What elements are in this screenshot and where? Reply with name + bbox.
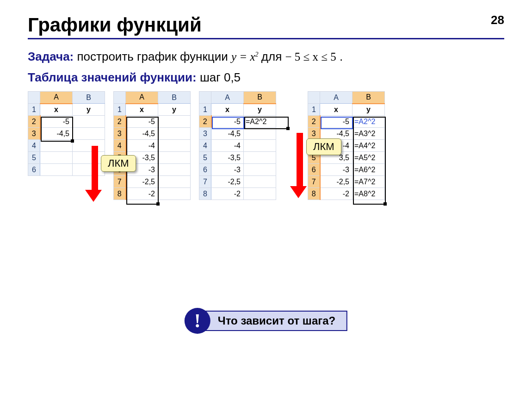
cell[interactable]: -3,5 (211, 152, 244, 164)
cell[interactable]: x (320, 104, 353, 116)
row-header[interactable]: 8 (199, 188, 211, 200)
cell[interactable]: -4 (211, 140, 244, 152)
corner-cell (308, 92, 320, 104)
fill-handle[interactable] (384, 202, 387, 206)
cell[interactable] (73, 140, 105, 152)
cell[interactable]: x (40, 104, 73, 116)
cell[interactable]: -4,5 (40, 128, 73, 140)
cell[interactable]: -3 (211, 164, 244, 176)
cell[interactable]: y (353, 104, 385, 116)
row-header[interactable]: 4 (28, 140, 40, 152)
cell[interactable] (158, 140, 191, 152)
cell[interactable] (40, 140, 73, 152)
row-header[interactable]: 3 (308, 128, 320, 140)
cell[interactable]: -4,5 (211, 128, 244, 140)
cell[interactable]: -2 (211, 188, 244, 200)
row-header[interactable]: 6 (308, 164, 320, 176)
row-header[interactable]: 1 (308, 104, 320, 116)
arrow-down-icon (295, 133, 304, 198)
row-header[interactable]: 5 (28, 152, 40, 164)
cell[interactable] (244, 128, 276, 140)
cell[interactable]: -3 (320, 164, 353, 176)
cell[interactable] (158, 164, 191, 176)
cell[interactable] (73, 128, 105, 140)
cell-formula[interactable]: =A6^2 (353, 164, 385, 176)
row-header[interactable]: 8 (308, 188, 320, 200)
cell-formula[interactable]: =A2^2 (244, 116, 276, 128)
page-number: 28 (491, 13, 504, 27)
cell[interactable]: -2 (320, 188, 353, 200)
cell[interactable] (73, 116, 105, 128)
cell[interactable]: y (158, 104, 191, 116)
row-header[interactable]: 8 (114, 188, 126, 200)
row-header[interactable]: 7 (308, 176, 320, 188)
cell[interactable] (244, 152, 276, 164)
cell[interactable] (158, 152, 191, 164)
cell[interactable]: x (211, 104, 244, 116)
cell[interactable] (40, 164, 73, 176)
cell[interactable] (158, 176, 191, 188)
row-header[interactable]: 3 (199, 128, 211, 140)
row-header[interactable]: 1 (114, 104, 126, 116)
col-header-a[interactable]: A (126, 92, 158, 104)
formula: y = x2 (231, 50, 261, 63)
col-header-b[interactable]: B (353, 92, 385, 104)
cell[interactable]: -5 (211, 116, 244, 128)
row-header[interactable]: 7 (199, 176, 211, 188)
cell[interactable] (73, 164, 105, 176)
cell[interactable] (244, 140, 276, 152)
cell[interactable] (244, 176, 276, 188)
cell[interactable]: -4,5 (126, 128, 158, 140)
cell-formula[interactable]: =A3^2 (353, 128, 385, 140)
cell[interactable]: y (244, 104, 276, 116)
fill-handle[interactable] (286, 127, 290, 130)
row-header[interactable]: 5 (199, 152, 211, 164)
col-header-a[interactable]: A (211, 92, 244, 104)
row-header[interactable]: 3 (114, 128, 126, 140)
cell[interactable]: -5 (126, 116, 158, 128)
cell[interactable]: -4 (126, 140, 158, 152)
range-text: − 5 ≤ x ≤ 5 (285, 50, 336, 63)
row-header[interactable]: 2 (199, 116, 211, 128)
col-header-b[interactable]: B (158, 92, 191, 104)
callout-lkm: ЛКМ (306, 138, 341, 155)
row-header[interactable]: 2 (28, 116, 40, 128)
row-header[interactable]: 4 (199, 140, 211, 152)
cell[interactable]: x (126, 104, 158, 116)
cell[interactable]: y (73, 104, 105, 116)
spreadsheet-2: A B 1xy 2-5 3-4,5 4-4 5-3,5 6-3 7-2,5 8-… (113, 91, 191, 200)
col-header-a[interactable]: A (40, 92, 73, 104)
cell[interactable]: -2,5 (320, 176, 353, 188)
cell[interactable]: -2,5 (211, 176, 244, 188)
cell[interactable] (244, 164, 276, 176)
cell-formula[interactable]: =A5^2 (353, 152, 385, 164)
cell[interactable] (158, 188, 191, 200)
cell-formula[interactable]: =A8^2 (353, 188, 385, 200)
cell[interactable] (40, 152, 73, 164)
cell[interactable]: -5 (40, 116, 73, 128)
fill-handle[interactable] (156, 202, 160, 206)
row-header[interactable]: 6 (199, 164, 211, 176)
row-header[interactable]: 4 (114, 140, 126, 152)
cell[interactable]: -2,5 (126, 176, 158, 188)
row-header[interactable]: 1 (28, 104, 40, 116)
col-header-b[interactable]: B (244, 92, 276, 104)
col-header-b[interactable]: B (73, 92, 105, 104)
row-header[interactable]: 7 (114, 176, 126, 188)
cell-formula[interactable]: =A7^2 (353, 176, 385, 188)
row-header[interactable]: 2 (114, 116, 126, 128)
cell[interactable]: -4,5 (320, 128, 353, 140)
row-header[interactable]: 6 (28, 164, 40, 176)
row-header[interactable]: 3 (28, 128, 40, 140)
cell[interactable] (158, 116, 191, 128)
cell-formula[interactable]: =A4^2 (353, 140, 385, 152)
cell[interactable] (244, 188, 276, 200)
row-header[interactable]: 2 (308, 116, 320, 128)
cell[interactable] (158, 128, 191, 140)
cell-formula[interactable]: =A2^2 (353, 116, 385, 128)
col-header-a[interactable]: A (320, 92, 353, 104)
cell[interactable] (73, 152, 105, 164)
cell[interactable]: -2 (126, 188, 158, 200)
cell[interactable]: -5 (320, 116, 353, 128)
row-header[interactable]: 1 (199, 104, 211, 116)
